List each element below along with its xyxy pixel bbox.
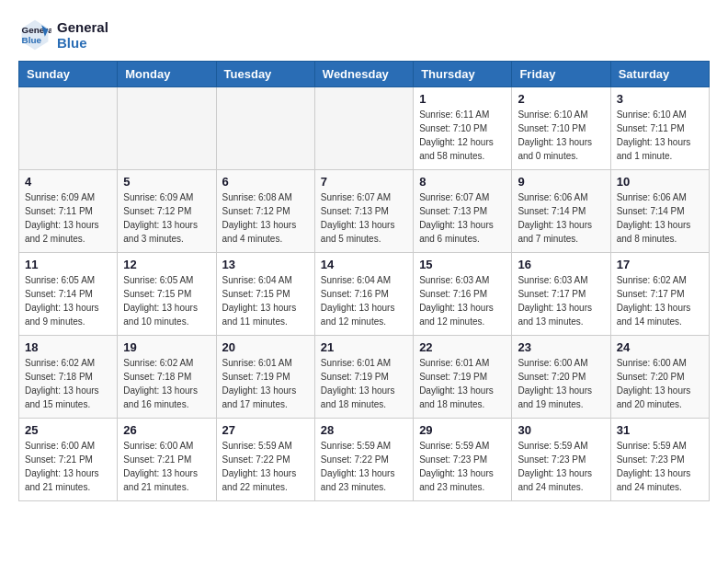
day-cell: 13Sunrise: 6:04 AMSunset: 7:15 PMDayligh… — [216, 253, 314, 336]
day-cell: 27Sunrise: 5:59 AMSunset: 7:22 PMDayligh… — [216, 419, 314, 501]
day-cell: 6Sunrise: 6:08 AMSunset: 7:12 PMDaylight… — [216, 170, 314, 253]
day-cell — [216, 87, 314, 170]
calendar-body: 1Sunrise: 6:11 AMSunset: 7:10 PMDaylight… — [19, 87, 710, 501]
day-info: Sunrise: 5:59 AMSunset: 7:22 PMDaylight:… — [222, 439, 309, 494]
day-info: Sunrise: 6:05 AMSunset: 7:14 PMDaylight:… — [25, 273, 111, 328]
weekday-header-wednesday: Wednesday — [314, 62, 413, 87]
weekday-header-sunday: Sunday — [19, 62, 118, 87]
day-cell: 20Sunrise: 6:01 AMSunset: 7:19 PMDayligh… — [216, 336, 314, 419]
weekday-header-row: SundayMondayTuesdayWednesdayThursdayFrid… — [19, 62, 710, 87]
day-number: 21 — [321, 340, 407, 354]
day-info: Sunrise: 6:00 AMSunset: 7:20 PMDaylight:… — [518, 356, 604, 411]
week-row-1: 1Sunrise: 6:11 AMSunset: 7:10 PMDaylight… — [19, 87, 710, 170]
week-row-3: 11Sunrise: 6:05 AMSunset: 7:14 PMDayligh… — [19, 253, 710, 336]
day-info: Sunrise: 6:01 AMSunset: 7:19 PMDaylight:… — [321, 356, 407, 411]
day-number: 31 — [617, 423, 703, 437]
day-number: 1 — [419, 92, 506, 106]
day-info: Sunrise: 5:59 AMSunset: 7:22 PMDaylight:… — [321, 439, 407, 494]
day-cell: 14Sunrise: 6:04 AMSunset: 7:16 PMDayligh… — [314, 253, 413, 336]
day-info: Sunrise: 6:07 AMSunset: 7:13 PMDaylight:… — [321, 190, 407, 246]
logo-blue: Blue — [57, 35, 108, 51]
day-number: 19 — [123, 340, 210, 354]
day-number: 20 — [222, 340, 309, 354]
day-cell: 12Sunrise: 6:05 AMSunset: 7:15 PMDayligh… — [118, 253, 216, 336]
day-cell: 21Sunrise: 6:01 AMSunset: 7:19 PMDayligh… — [314, 336, 413, 419]
day-info: Sunrise: 6:09 AMSunset: 7:11 PMDaylight:… — [25, 190, 111, 246]
day-cell: 3Sunrise: 6:10 AMSunset: 7:11 PMDaylight… — [610, 87, 709, 170]
day-info: Sunrise: 6:11 AMSunset: 7:10 PMDaylight:… — [419, 108, 506, 163]
day-info: Sunrise: 6:04 AMSunset: 7:15 PMDaylight:… — [222, 273, 309, 328]
logo-general: General — [57, 19, 108, 35]
week-row-4: 18Sunrise: 6:02 AMSunset: 7:18 PMDayligh… — [19, 336, 710, 419]
svg-text:Blue: Blue — [22, 35, 42, 45]
weekday-header-monday: Monday — [118, 62, 216, 87]
day-info: Sunrise: 6:10 AMSunset: 7:10 PMDaylight:… — [518, 108, 604, 163]
weekday-header-tuesday: Tuesday — [216, 62, 314, 87]
day-info: Sunrise: 6:01 AMSunset: 7:19 PMDaylight:… — [419, 356, 506, 411]
day-info: Sunrise: 6:03 AMSunset: 7:17 PMDaylight:… — [518, 273, 604, 328]
day-cell: 1Sunrise: 6:11 AMSunset: 7:10 PMDaylight… — [414, 87, 512, 170]
day-cell — [314, 87, 413, 170]
logo-icon: General Blue — [18, 18, 51, 52]
week-row-2: 4Sunrise: 6:09 AMSunset: 7:11 PMDaylight… — [19, 170, 710, 253]
weekday-header-thursday: Thursday — [414, 62, 512, 87]
day-cell: 2Sunrise: 6:10 AMSunset: 7:10 PMDaylight… — [512, 87, 610, 170]
day-cell: 31Sunrise: 5:59 AMSunset: 7:23 PMDayligh… — [610, 419, 709, 501]
day-cell: 25Sunrise: 6:00 AMSunset: 7:21 PMDayligh… — [19, 419, 118, 501]
day-cell: 16Sunrise: 6:03 AMSunset: 7:17 PMDayligh… — [512, 253, 610, 336]
day-info: Sunrise: 5:59 AMSunset: 7:23 PMDaylight:… — [419, 439, 506, 494]
day-info: Sunrise: 6:00 AMSunset: 7:21 PMDaylight:… — [25, 439, 111, 494]
day-number: 27 — [222, 423, 309, 437]
day-number: 10 — [617, 175, 703, 189]
day-cell — [19, 87, 118, 170]
day-cell: 29Sunrise: 5:59 AMSunset: 7:23 PMDayligh… — [414, 419, 512, 501]
day-cell: 7Sunrise: 6:07 AMSunset: 7:13 PMDaylight… — [314, 170, 413, 253]
day-info: Sunrise: 6:08 AMSunset: 7:12 PMDaylight:… — [222, 190, 309, 246]
day-number: 23 — [518, 340, 604, 354]
day-number: 18 — [25, 340, 111, 354]
day-info: Sunrise: 6:10 AMSunset: 7:11 PMDaylight:… — [617, 108, 703, 163]
day-cell: 8Sunrise: 6:07 AMSunset: 7:13 PMDaylight… — [414, 170, 512, 253]
day-info: Sunrise: 6:04 AMSunset: 7:16 PMDaylight:… — [321, 273, 407, 328]
logo: General Blue General Blue — [18, 18, 108, 52]
day-info: Sunrise: 6:00 AMSunset: 7:21 PMDaylight:… — [123, 439, 210, 494]
day-cell — [118, 87, 216, 170]
day-info: Sunrise: 6:09 AMSunset: 7:12 PMDaylight:… — [123, 190, 210, 246]
day-number: 16 — [518, 258, 604, 271]
day-info: Sunrise: 6:03 AMSunset: 7:16 PMDaylight:… — [419, 273, 506, 328]
day-number: 22 — [419, 340, 506, 354]
day-cell: 24Sunrise: 6:00 AMSunset: 7:20 PMDayligh… — [610, 336, 709, 419]
calendar: SundayMondayTuesdayWednesdayThursdayFrid… — [18, 61, 710, 501]
day-info: Sunrise: 5:59 AMSunset: 7:23 PMDaylight:… — [518, 439, 604, 494]
day-cell: 30Sunrise: 5:59 AMSunset: 7:23 PMDayligh… — [512, 419, 610, 501]
day-number: 5 — [123, 175, 210, 189]
day-number: 25 — [25, 423, 111, 437]
day-number: 11 — [25, 258, 111, 271]
day-cell: 26Sunrise: 6:00 AMSunset: 7:21 PMDayligh… — [118, 419, 216, 501]
day-number: 30 — [518, 423, 604, 437]
day-cell: 28Sunrise: 5:59 AMSunset: 7:22 PMDayligh… — [314, 419, 413, 501]
day-number: 15 — [419, 258, 506, 271]
day-number: 14 — [321, 258, 407, 271]
day-number: 26 — [123, 423, 210, 437]
day-number: 13 — [222, 258, 309, 271]
day-number: 2 — [518, 92, 604, 106]
day-number: 28 — [321, 423, 407, 437]
day-info: Sunrise: 5:59 AMSunset: 7:23 PMDaylight:… — [617, 439, 703, 494]
day-cell: 9Sunrise: 6:06 AMSunset: 7:14 PMDaylight… — [512, 170, 610, 253]
day-number: 17 — [617, 258, 703, 271]
day-cell: 5Sunrise: 6:09 AMSunset: 7:12 PMDaylight… — [118, 170, 216, 253]
day-number: 7 — [321, 175, 407, 189]
weekday-header-saturday: Saturday — [610, 62, 709, 87]
day-number: 24 — [617, 340, 703, 354]
day-info: Sunrise: 6:00 AMSunset: 7:20 PMDaylight:… — [617, 356, 703, 411]
day-cell: 15Sunrise: 6:03 AMSunset: 7:16 PMDayligh… — [414, 253, 512, 336]
day-info: Sunrise: 6:01 AMSunset: 7:19 PMDaylight:… — [222, 356, 309, 411]
day-info: Sunrise: 6:07 AMSunset: 7:13 PMDaylight:… — [419, 190, 506, 246]
day-number: 29 — [419, 423, 506, 437]
day-info: Sunrise: 6:06 AMSunset: 7:14 PMDaylight:… — [617, 190, 703, 246]
day-number: 12 — [123, 258, 210, 271]
day-number: 6 — [222, 175, 309, 189]
week-row-5: 25Sunrise: 6:00 AMSunset: 7:21 PMDayligh… — [19, 419, 710, 501]
day-cell: 10Sunrise: 6:06 AMSunset: 7:14 PMDayligh… — [610, 170, 709, 253]
